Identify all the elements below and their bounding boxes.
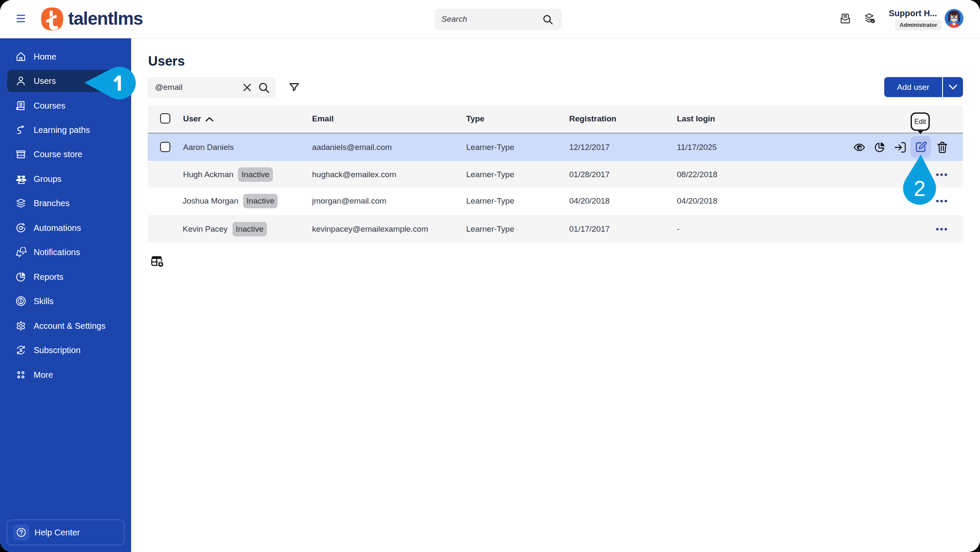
- svg-text:$: $: [20, 348, 23, 353]
- svg-text:2: 2: [914, 177, 926, 201]
